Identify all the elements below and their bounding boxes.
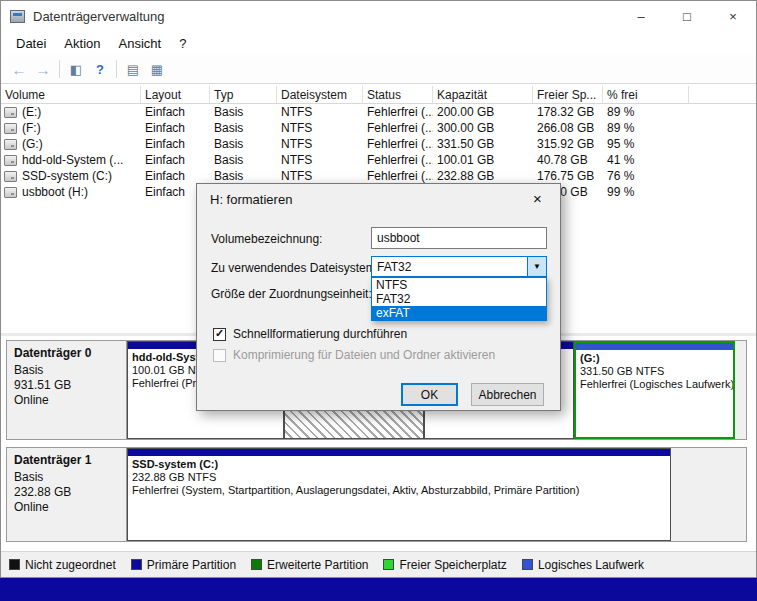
legend-extended-partition: Erweiterte Partition: [251, 558, 368, 572]
compression-checkbox: [213, 349, 226, 362]
dialog-close-button[interactable]: ×: [515, 184, 560, 213]
partition-g-logical-drive[interactable]: (G:) 331.50 GB NTFS Fehlerfrei (Logische…: [574, 341, 735, 439]
empty-cell: [689, 152, 756, 168]
legend-primary-partition: Primäre Partition: [131, 558, 236, 572]
typ-cell: Basis: [210, 168, 277, 184]
quick-format-checkbox[interactable]: [213, 328, 226, 341]
kapazitaet-cell: 200.00 GB: [433, 104, 533, 120]
frei-cell: 266.08 GB: [533, 120, 603, 136]
column-header-layout[interactable]: Layout: [141, 86, 210, 104]
dropdown-option-exfat[interactable]: exFAT: [372, 306, 546, 320]
menu-aktion[interactable]: Aktion: [55, 33, 109, 54]
volume-row-ssd-system-c[interactable]: SSD-system (C:) Einfach Basis NTFS Fehle…: [1, 168, 756, 184]
column-header-kapazitaet[interactable]: Kapazität: [433, 86, 533, 104]
pct-cell: 41 %: [603, 152, 689, 168]
legend-label: Freier Speicherplatz: [399, 558, 506, 572]
empty-cell: [689, 184, 756, 200]
help-button[interactable]: ?: [88, 58, 112, 80]
empty-cell: [689, 104, 756, 120]
column-header-freier-sp[interactable]: Freier Sp...: [533, 86, 603, 104]
status-cell: Fehlerfrei (...: [363, 152, 433, 168]
dialog-titlebar[interactable]: H: formatieren: [197, 184, 560, 214]
volume-label-input[interactable]: [371, 227, 547, 249]
graphical-view-button[interactable]: ▦: [145, 58, 169, 80]
empty-cell: [689, 120, 756, 136]
column-header-typ[interactable]: Typ: [210, 86, 277, 104]
console-tree-icon: ◧: [70, 62, 82, 77]
volume-cell: hdd-old-System (...: [1, 152, 141, 168]
fs-cell: NTFS: [277, 120, 363, 136]
volume-row-f[interactable]: (F:) Einfach Basis NTFS Fehlerfrei (... …: [1, 120, 756, 136]
drive-icon: [4, 123, 17, 134]
window-controls: – □ ×: [618, 1, 756, 31]
dropdown-option-fat32[interactable]: FAT32: [372, 292, 546, 306]
chevron-down-icon[interactable]: ▼: [527, 257, 546, 276]
legend-label: Nicht zugeordnet: [25, 558, 116, 572]
back-button[interactable]: ←: [7, 58, 31, 80]
volume-name: SSD-system (C:): [22, 169, 112, 183]
maximize-button[interactable]: □: [664, 1, 710, 31]
format-dialog: H: formatieren × Volumebezeichnung: Zu v…: [196, 183, 561, 411]
desktop-background: Datenträgerverwaltung – □ × Datei Aktion…: [0, 0, 757, 601]
column-header-dateisystem[interactable]: Dateisystem: [277, 86, 363, 104]
cancel-button[interactable]: Abbrechen: [471, 383, 544, 406]
disk-0-info[interactable]: Datenträger 0 Basis 931.51 GB Online: [7, 341, 127, 439]
kapazitaet-cell: 232.88 GB: [433, 168, 533, 184]
primary-partition-swatch: [131, 559, 142, 570]
compression-checkbox-row: Komprimierung für Dateien und Ordner akt…: [213, 348, 495, 362]
empty-cell: [689, 168, 756, 184]
frei-cell: 178.32 GB: [533, 104, 603, 120]
fs-cell: NTFS: [277, 104, 363, 120]
disk-status: Online: [14, 393, 119, 408]
fs-cell: NTFS: [277, 136, 363, 152]
frei-cell: 40.78 GB: [533, 152, 603, 168]
menu-ansicht[interactable]: Ansicht: [110, 33, 171, 54]
layout-cell: Einfach: [141, 120, 210, 136]
volume-name: usbboot (H:): [22, 185, 88, 199]
partition-status: Fehlerfrei (System, Startpartition, Ausl…: [132, 484, 666, 497]
volume-cell: (G:): [1, 136, 141, 152]
filesystem-combobox[interactable]: FAT32 ▼: [371, 256, 547, 277]
titlebar[interactable]: Datenträgerverwaltung – □ ×: [1, 1, 756, 31]
menubar: Datei Aktion Ansicht ?: [1, 31, 756, 55]
volume-row-hdd-old-system[interactable]: hdd-old-System (... Einfach Basis NTFS F…: [1, 152, 756, 168]
column-header-pct-frei[interactable]: % frei: [603, 86, 689, 104]
column-header-status[interactable]: Status: [363, 86, 433, 104]
column-header-volume[interactable]: Volume: [1, 86, 141, 104]
graphical-view-icon: ▦: [151, 62, 163, 77]
quick-format-label: Schnellformatierung durchführen: [233, 327, 407, 341]
typ-cell: Basis: [210, 120, 277, 136]
menu-datei[interactable]: Datei: [7, 33, 55, 54]
quick-format-checkbox-row[interactable]: Schnellformatierung durchführen: [213, 327, 407, 341]
dropdown-option-ntfs[interactable]: NTFS: [372, 278, 546, 292]
disk-1-info[interactable]: Datenträger 1 Basis 232.88 GB Online: [7, 448, 127, 541]
layout-cell: Einfach: [141, 152, 210, 168]
logical-drive-swatch: [522, 559, 533, 570]
disk-type: Basis: [14, 363, 119, 378]
drive-icon: [4, 139, 17, 150]
forward-icon: →: [36, 61, 51, 78]
list-view-icon: ▤: [127, 62, 139, 77]
legend-unallocated: Nicht zugeordnet: [9, 558, 116, 572]
menu-hilfe[interactable]: ?: [170, 33, 195, 54]
legend-label: Erweiterte Partition: [267, 558, 368, 572]
volume-row-e[interactable]: (E:) Einfach Basis NTFS Fehlerfrei (... …: [1, 104, 756, 120]
status-cell: Fehlerfrei (...: [363, 136, 433, 152]
partition-ssd-system-c[interactable]: SSD-system (C:) 232.88 GB NTFS Fehlerfre…: [127, 448, 671, 541]
partition-info: SSD-system (C:) 232.88 GB NTFS Fehlerfre…: [128, 456, 670, 540]
help-icon: ?: [96, 62, 104, 77]
disk-name: Datenträger 0: [14, 346, 119, 361]
volume-table-header: Volume Layout Typ Dateisystem Status Kap…: [1, 86, 756, 104]
close-button[interactable]: ×: [710, 1, 756, 31]
console-tree-button[interactable]: ◧: [64, 58, 88, 80]
ok-button[interactable]: OK: [401, 383, 458, 406]
partition-info: (G:) 331.50 GB NTFS Fehlerfrei (Logische…: [576, 350, 733, 437]
minimize-button[interactable]: –: [618, 1, 664, 31]
list-view-button[interactable]: ▤: [121, 58, 145, 80]
forward-button[interactable]: →: [31, 58, 55, 80]
typ-cell: Basis: [210, 152, 277, 168]
disk-size: 232.88 GB: [14, 485, 119, 500]
volume-row-g[interactable]: (G:) Einfach Basis NTFS Fehlerfrei (... …: [1, 136, 756, 152]
disk-1-partitions: SSD-system (C:) 232.88 GB NTFS Fehlerfre…: [127, 448, 746, 541]
fs-cell: NTFS: [277, 168, 363, 184]
